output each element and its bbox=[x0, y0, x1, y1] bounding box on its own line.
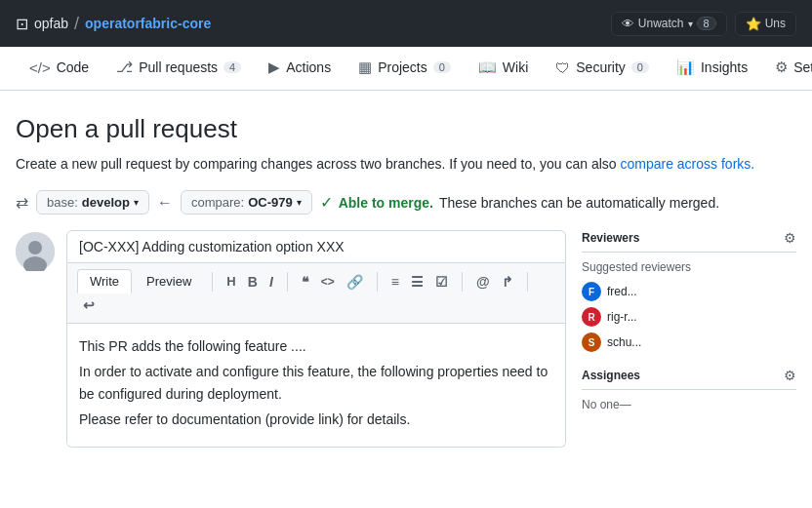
page-header: Open a pull request Create a new pull re… bbox=[16, 114, 796, 175]
reviewer-name-fred: fred... bbox=[607, 285, 637, 298]
reviewer-avatar-fred: F bbox=[582, 282, 601, 301]
header: ⊡ opfab / operatorfabric-core 👁 Unwatch … bbox=[0, 0, 812, 47]
write-tab[interactable]: Write bbox=[77, 269, 132, 293]
reviewers-section: Reviewers ⚙ Suggested reviewers F fred..… bbox=[582, 230, 796, 352]
reviewers-title: Reviewers ⚙ bbox=[582, 230, 796, 253]
italic-button[interactable]: I bbox=[264, 270, 279, 293]
actions-icon: ▶ bbox=[268, 59, 280, 76]
task-list-button[interactable]: ☑ bbox=[429, 270, 454, 293]
merge-status-bold: Able to merge. bbox=[339, 195, 433, 211]
tab-security[interactable]: 🛡 Security 0 bbox=[542, 48, 663, 90]
reviewers-suggested-label: Suggested reviewers bbox=[582, 260, 796, 274]
security-badge: 0 bbox=[631, 61, 649, 73]
reviewer-item: R rig-r... bbox=[582, 307, 796, 327]
header-breadcrumb: ⊡ opfab / operatorfabric-core bbox=[16, 14, 211, 34]
base-branch-name: develop bbox=[82, 195, 130, 210]
tab-code[interactable]: </> Code bbox=[16, 48, 102, 90]
tab-security-label: Security bbox=[576, 59, 626, 75]
pr-sidebar: Reviewers ⚙ Suggested reviewers F fred..… bbox=[582, 230, 796, 427]
breadcrumb-separator: / bbox=[74, 14, 79, 34]
security-icon: 🛡 bbox=[555, 59, 570, 76]
pr-badge: 4 bbox=[223, 61, 241, 73]
org-link[interactable]: opfab bbox=[34, 16, 68, 31]
star-button[interactable]: ⭐ Uns bbox=[735, 12, 796, 36]
tab-settings-label: Settings bbox=[793, 59, 812, 75]
reference-button[interactable]: ↱ bbox=[496, 270, 519, 293]
link-button[interactable]: 🔗 bbox=[341, 270, 369, 293]
quote-button[interactable]: ❝ bbox=[296, 270, 315, 293]
undo-button[interactable]: ↩ bbox=[77, 293, 101, 317]
page-desc-text: Create a new pull request by comparing c… bbox=[16, 156, 617, 172]
base-label: base: bbox=[47, 195, 78, 210]
repo-link[interactable]: operatorfabric-core bbox=[85, 16, 211, 31]
tab-settings[interactable]: ⚙ Settings bbox=[761, 47, 812, 90]
tab-insights-label: Insights bbox=[701, 59, 748, 75]
pr-icon: ⎇ bbox=[116, 59, 133, 76]
assignees-label: Assignees bbox=[582, 369, 640, 382]
body-line-1: This PR adds the following feature .... bbox=[79, 335, 553, 357]
body-line-3: Please refer to documentation (provide l… bbox=[79, 409, 553, 430]
assignees-title: Assignees ⚙ bbox=[582, 368, 796, 390]
heading-button[interactable]: H bbox=[221, 270, 241, 293]
tab-projects-label: Projects bbox=[378, 59, 427, 75]
compare-branch-name: OC-979 bbox=[248, 195, 293, 210]
mention-button[interactable]: @ bbox=[470, 270, 496, 293]
tab-actions-label: Actions bbox=[286, 59, 331, 75]
settings-icon: ⚙ bbox=[775, 59, 788, 76]
toolbar-divider-3 bbox=[377, 272, 378, 292]
svg-point-1 bbox=[28, 241, 42, 254]
tab-wiki-label: Wiki bbox=[503, 59, 528, 75]
compare-branch-button[interactable]: compare: OC-979 ▾ bbox=[181, 190, 312, 215]
reviewers-label: Reviewers bbox=[582, 231, 639, 245]
body-line-2: In order to activate and configure this … bbox=[79, 361, 553, 405]
assignees-section: Assignees ⚙ No one— bbox=[582, 368, 796, 411]
reviewer-avatar-schu: S bbox=[582, 332, 601, 352]
watch-label: Unwatch bbox=[638, 17, 684, 30]
editor-body[interactable]: This PR adds the following feature .... … bbox=[67, 324, 565, 447]
pr-editor: Write Preview H B I ❝ <> 🔗 ≡ ☰ ☑ bbox=[66, 263, 566, 448]
toolbar-divider-5 bbox=[527, 272, 528, 292]
reviewers-gear-button[interactable]: ⚙ bbox=[784, 230, 796, 246]
nav-tabs: </> Code ⎇ Pull requests 4 ▶ Actions ▦ P… bbox=[0, 47, 812, 91]
user-avatar bbox=[16, 232, 55, 271]
star-label: Uns bbox=[765, 17, 786, 30]
tab-insights[interactable]: 📊 Insights bbox=[663, 47, 761, 90]
watch-button[interactable]: 👁 Unwatch ▾ 8 bbox=[611, 12, 727, 36]
tab-code-label: Code bbox=[57, 59, 89, 75]
pr-title-input[interactable] bbox=[66, 230, 566, 263]
reviewer-item: S schu... bbox=[582, 332, 796, 352]
toolbar-divider-2 bbox=[287, 272, 288, 292]
bullet-list-button[interactable]: ≡ bbox=[386, 270, 405, 293]
editor-area: Write Preview H B I ❝ <> 🔗 ≡ ☰ ☑ bbox=[16, 230, 566, 448]
preview-tab[interactable]: Preview bbox=[134, 269, 204, 293]
numbered-list-button[interactable]: ☰ bbox=[405, 270, 429, 293]
check-icon: ✓ bbox=[320, 193, 333, 212]
page-description: Create a new pull request by comparing c… bbox=[16, 154, 796, 175]
assignees-gear-button[interactable]: ⚙ bbox=[784, 368, 796, 383]
branch-selector-row: ⇄ base: develop ▾ ← compare: OC-979 ▾ ✓ … bbox=[16, 190, 796, 215]
compare-branch-chevron: ▾ bbox=[297, 197, 302, 208]
header-actions: 👁 Unwatch ▾ 8 ⭐ Uns bbox=[611, 12, 796, 36]
reviewer-name-rig: rig-r... bbox=[607, 310, 637, 324]
tab-pull-requests[interactable]: ⎇ Pull requests 4 bbox=[102, 47, 255, 90]
code-icon: </> bbox=[29, 59, 51, 76]
repo-icon: ⊡ bbox=[16, 15, 28, 33]
projects-icon: ▦ bbox=[358, 59, 372, 76]
tab-wiki[interactable]: 📖 Wiki bbox=[465, 47, 542, 90]
compare-icon: ⇄ bbox=[16, 193, 28, 212]
bold-button[interactable]: B bbox=[242, 270, 264, 293]
wiki-icon: 📖 bbox=[478, 59, 497, 76]
star-icon: ⭐ bbox=[746, 17, 761, 31]
editor-toolbar: Write Preview H B I ❝ <> 🔗 ≡ ☰ ☑ bbox=[67, 263, 565, 324]
reviewer-name-schu: schu... bbox=[607, 335, 641, 349]
content-flex: Write Preview H B I ❝ <> 🔗 ≡ ☰ ☑ bbox=[16, 230, 796, 448]
base-branch-button[interactable]: base: develop ▾ bbox=[36, 190, 149, 215]
compare-forks-link[interactable]: compare across forks. bbox=[620, 156, 754, 172]
merge-status: ✓ Able to merge. These branches can be a… bbox=[320, 193, 719, 212]
eye-icon: 👁 bbox=[622, 17, 634, 31]
code-button[interactable]: <> bbox=[315, 271, 341, 293]
tab-actions[interactable]: ▶ Actions bbox=[255, 47, 345, 90]
reviewer-avatar-rig: R bbox=[582, 307, 601, 327]
tab-projects[interactable]: ▦ Projects 0 bbox=[345, 47, 465, 90]
projects-badge: 0 bbox=[433, 61, 451, 73]
